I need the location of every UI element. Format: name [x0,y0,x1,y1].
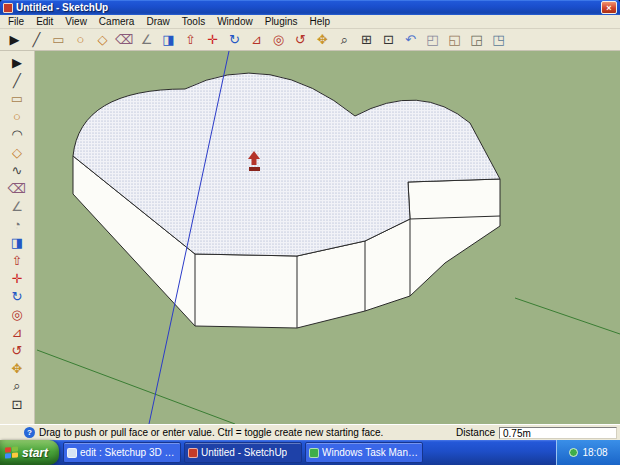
line-tool[interactable]: ╱ [4,71,30,89]
polygon-tool-button[interactable]: ◇ [92,31,113,49]
task-buttons: edit : Sketchup 3D m... Untitled - Sketc… [63,440,423,465]
toolbar-top: ▶ ╱ ▭ ○ ◇ ⌫ ∠ ◨ ⇧ ✛ ↻ ⊿ ◎ ↺ ✥ ⌕ [0,29,620,51]
zoom-tool[interactable]: ⌕ [4,377,30,395]
window-title: Untitled - SketchUp [16,2,598,13]
zoom-extents-tool-button[interactable]: ⊡ [378,31,399,49]
sketchup-app-icon [3,3,13,13]
eraser-tool-button[interactable]: ⌫ [114,31,135,49]
freehand-tool[interactable]: ∿ [4,161,30,179]
instructor-help-icon[interactable]: ? [24,427,35,438]
start-button[interactable]: start [0,440,59,465]
select-tool[interactable]: ▶ [4,53,30,71]
menu-view[interactable]: View [59,16,93,27]
paint-bucket-tool[interactable]: ◨ [4,233,30,251]
pan-tool[interactable]: ✥ [4,359,30,377]
offset-tool[interactable]: ◎ [4,305,30,323]
scale-tool[interactable]: ⊿ [4,323,30,341]
task-label: edit : Sketchup 3D m... [80,447,177,458]
tape-measure-tool[interactable]: ∠ [4,197,30,215]
sketchup-window: Untitled - SketchUp × File Edit View Cam… [0,0,620,465]
previous-view-button[interactable]: ↶ [400,31,421,49]
model-views-button[interactable]: ◰ [422,31,443,49]
circle-tool[interactable]: ○ [4,107,30,125]
eraser-tool[interactable]: ⌫ [4,179,30,197]
scale-tool-button[interactable]: ⊿ [246,31,267,49]
task-icon [309,448,319,458]
menu-draw[interactable]: Draw [140,16,175,27]
status-hint-text: Drag to push or pull face or enter value… [39,427,452,438]
taskbar: start edit : Sketchup 3D m... Untitled -… [0,440,620,465]
menu-plugins[interactable]: Plugins [259,16,304,27]
task-sketchup-3d-tutorial[interactable]: edit : Sketchup 3D m... [63,442,181,463]
zoom-extents-tool[interactable]: ⊡ [4,395,30,413]
zoom-tool-button[interactable]: ⌕ [334,31,355,49]
zoom-window-tool-button[interactable]: ⊞ [356,31,377,49]
protractor-tool[interactable]: ◔ [4,215,30,233]
move-tool[interactable]: ✛ [4,269,30,287]
polygon-tool[interactable]: ◇ [4,143,30,161]
section-plane-button[interactable]: ◱ [444,31,465,49]
task-windows-task-manager[interactable]: Windows Task Manager [305,442,423,463]
menu-edit[interactable]: Edit [30,16,59,27]
menubar: File Edit View Camera Draw Tools Window … [0,15,620,29]
3d-scene [35,51,620,424]
task-label: Windows Task Manager [322,447,419,458]
titlebar: Untitled - SketchUp × [0,0,620,15]
menu-help[interactable]: Help [304,16,337,27]
task-untitled-sketchup[interactable]: Untitled - SketchUp [184,442,302,463]
circle-tool-button[interactable]: ○ [70,31,91,49]
task-icon [67,448,77,458]
rotate-tool[interactable]: ↻ [4,287,30,305]
offset-tool-button[interactable]: ◎ [268,31,289,49]
rotate-tool-button[interactable]: ↻ [224,31,245,49]
styles-button[interactable]: ◳ [488,31,509,49]
tray-status-icon[interactable] [569,448,578,457]
main-area: ▶ ╱ ▭ ○ ◠ ◇ ∿ ⌫ ∠ ◔ ◨ ⇧ [0,51,620,424]
select-tool-button[interactable]: ▶ [4,31,25,49]
tape-measure-tool-button[interactable]: ∠ [136,31,157,49]
arc-tool[interactable]: ◠ [4,125,30,143]
toolbar-left: ▶ ╱ ▭ ○ ◠ ◇ ∿ ⌫ ∠ ◔ ◨ ⇧ [0,51,35,424]
green-axis-right [515,298,620,334]
menu-file[interactable]: File [2,16,30,27]
line-tool-button[interactable]: ╱ [26,31,47,49]
drawing-viewport[interactable] [35,51,620,424]
shadows-button[interactable]: ◲ [466,31,487,49]
system-tray: 18:08 [556,440,620,465]
measurement-label: Distance [456,427,495,438]
menu-window[interactable]: Window [211,16,259,27]
orbit-tool-button[interactable]: ↺ [290,31,311,49]
pan-tool-button[interactable]: ✥ [312,31,333,49]
clock[interactable]: 18:08 [582,447,607,458]
statusbar: ? Drag to push or pull face or enter val… [0,424,620,440]
orbit-tool[interactable]: ↺ [4,341,30,359]
task-icon [188,448,198,458]
task-label: Untitled - SketchUp [201,447,287,458]
menu-tools[interactable]: Tools [176,16,211,27]
menu-camera[interactable]: Camera [93,16,141,27]
rectangle-tool-button[interactable]: ▭ [48,31,69,49]
measurement-input[interactable]: 0.75m [499,427,617,439]
windows-flag-icon [5,446,18,458]
close-button[interactable]: × [601,1,617,14]
rectangle-tool[interactable]: ▭ [4,89,30,107]
green-axis-left [37,350,235,424]
push-pull-tool[interactable]: ⇧ [4,251,30,269]
move-tool-button[interactable]: ✛ [202,31,223,49]
paint-bucket-tool-button[interactable]: ◨ [158,31,179,49]
push-pull-tool-button[interactable]: ⇧ [180,31,201,49]
start-label: start [22,446,48,460]
